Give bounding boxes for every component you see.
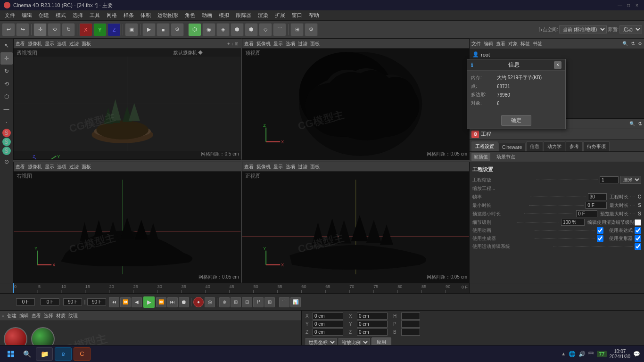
menu-character[interactable]: 角色 bbox=[182, 11, 198, 20]
props-check-deform[interactable] bbox=[635, 235, 641, 242]
vp-menu-sel4[interactable]: 选项 bbox=[286, 164, 295, 170]
light-btn[interactable]: ⬢ bbox=[231, 23, 244, 36]
obj-menu-view[interactable]: 查看 bbox=[496, 41, 505, 47]
vp-menu-panel2[interactable]: 面板 bbox=[310, 41, 320, 47]
vp-menu-filter3[interactable]: 过滤 bbox=[69, 164, 79, 170]
coord-b-input[interactable] bbox=[357, 329, 388, 336]
menu-tracker[interactable]: 跟踪器 bbox=[233, 11, 254, 20]
menu-file[interactable]: 文件 bbox=[2, 11, 18, 20]
viewport-top[interactable]: 查看 摄像机 显示 选项 过滤 面板 顶视图 网格间距：0.05 cm bbox=[242, 39, 470, 160]
obj-menu-bookmark[interactable]: 书签 bbox=[533, 41, 542, 47]
props-input-mintime[interactable] bbox=[586, 202, 607, 209]
viewport-right[interactable]: 查看 摄像机 显示 选项 过滤 面板 右视图 网格间距：0.05 cm bbox=[13, 162, 242, 283]
tool-move[interactable]: ✛ bbox=[0, 52, 13, 65]
move-btn[interactable]: ✛ bbox=[33, 23, 47, 36]
tool-s1[interactable]: S bbox=[2, 129, 11, 137]
tool-point[interactable]: · bbox=[0, 116, 13, 128]
props-input-fps[interactable] bbox=[588, 193, 607, 200]
tool-rotate[interactable]: ↻ bbox=[0, 65, 13, 77]
props-check-clip[interactable] bbox=[635, 243, 641, 250]
vp-menu-view2[interactable]: 查看 bbox=[244, 41, 254, 47]
vp-menu-view[interactable]: 查看 bbox=[16, 41, 25, 47]
mat-menu-material[interactable]: 材质 bbox=[56, 313, 66, 319]
tool-magnet[interactable]: ⊙ bbox=[0, 156, 13, 168]
prev-frame-btn[interactable]: ⏪ bbox=[120, 297, 131, 307]
menu-spline[interactable]: 样条 bbox=[121, 11, 137, 20]
menu-volume[interactable]: 体积 bbox=[138, 11, 154, 20]
material-btn[interactable]: ◉ bbox=[202, 23, 215, 36]
coord-x-input[interactable] bbox=[313, 313, 343, 320]
taskbar-time[interactable]: 10:07 2024/1/30 bbox=[610, 349, 631, 359]
coord-h2-input[interactable] bbox=[401, 313, 420, 320]
notifications-icon[interactable]: 💬 bbox=[633, 351, 640, 357]
motion2-btn[interactable]: ⊞ bbox=[231, 297, 241, 307]
play-btn[interactable]: ▶ bbox=[142, 23, 156, 36]
menu-mesh[interactable]: 网格 bbox=[104, 11, 120, 20]
menu-window[interactable]: 窗口 bbox=[289, 11, 305, 20]
props-input-scale[interactable] bbox=[600, 176, 619, 183]
undo-btn[interactable]: ↩ bbox=[2, 23, 15, 36]
mat-menu-view[interactable]: 查看 bbox=[32, 313, 41, 319]
coord-p2-input[interactable] bbox=[401, 321, 420, 328]
axis-y[interactable]: Y bbox=[93, 23, 107, 36]
rotate-btn[interactable]: ↻ bbox=[62, 23, 75, 36]
vp-body-front[interactable]: X Y CG模型主 bbox=[242, 172, 470, 282]
obj-menu-object[interactable]: 对象 bbox=[508, 41, 518, 47]
vp-menu-sel2[interactable]: 选项 bbox=[286, 41, 295, 47]
transport-start-frame[interactable] bbox=[41, 298, 59, 305]
props-check-anim[interactable] bbox=[597, 227, 603, 234]
nodespace-select[interactable]: 当前 (标准/物理) bbox=[559, 25, 607, 33]
menu-mograph[interactable]: 运动图形 bbox=[155, 11, 181, 20]
cam-btn[interactable]: ⬢ bbox=[245, 23, 258, 36]
redo-btn[interactable]: ↪ bbox=[16, 23, 29, 36]
coord-y-input[interactable] bbox=[313, 321, 343, 328]
select-all[interactable]: ▣ bbox=[125, 23, 138, 36]
info-close-btn[interactable]: × bbox=[554, 61, 561, 69]
motion-btn[interactable]: ⊕ bbox=[219, 297, 230, 307]
axis-x[interactable]: X bbox=[79, 23, 92, 36]
vp-menu-disp[interactable]: 显示 bbox=[45, 41, 54, 47]
tab-info[interactable]: 信息 bbox=[526, 141, 543, 151]
vp-body-top[interactable]: X Z CG模型主 bbox=[242, 49, 470, 159]
menu-animate[interactable]: 动画 bbox=[199, 11, 215, 20]
vp-menu-disp3[interactable]: 显示 bbox=[45, 164, 54, 170]
mat-menu-create[interactable]: 创建 bbox=[7, 313, 17, 319]
menu-mode[interactable]: 模式 bbox=[53, 11, 69, 20]
record-key-btn[interactable]: ◎ bbox=[205, 297, 215, 307]
props-check-expr[interactable] bbox=[635, 227, 641, 234]
tool-s2[interactable]: S bbox=[2, 138, 11, 146]
vp-menu-filter4[interactable]: 过滤 bbox=[298, 164, 307, 170]
vp-menu-cam3[interactable]: 摄像机 bbox=[28, 164, 42, 170]
close-btn[interactable]: × bbox=[634, 2, 640, 8]
vp-body-persp[interactable]: Y X Z bbox=[14, 49, 241, 159]
coord-h-input[interactable] bbox=[357, 313, 388, 320]
menu-select[interactable]: 选择 bbox=[70, 11, 86, 20]
vp-body-right[interactable]: X Y CG模型主 bbox=[14, 172, 241, 282]
vp-menu-disp4[interactable]: 显示 bbox=[273, 164, 283, 170]
vp-menu-disp2[interactable]: 显示 bbox=[273, 41, 283, 47]
scale-btn[interactable]: ⟲ bbox=[48, 23, 61, 36]
object-btn[interactable]: ⬡ bbox=[188, 23, 201, 36]
tab-todo[interactable]: 待办事项 bbox=[583, 141, 610, 151]
menu-tools[interactable]: 工具 bbox=[87, 11, 103, 20]
anim-btn[interactable]: ◈ bbox=[216, 23, 230, 36]
minimize-btn[interactable]: — bbox=[617, 2, 623, 8]
render-btn[interactable]: ⚙ bbox=[171, 23, 184, 36]
timeline-btn[interactable]: 📊 bbox=[290, 297, 301, 307]
menu-simulate[interactable]: 模拟 bbox=[216, 11, 232, 20]
menu-create[interactable]: 创建 bbox=[36, 11, 52, 20]
windows-start-btn[interactable] bbox=[4, 347, 18, 361]
coord-p-input[interactable] bbox=[357, 321, 388, 328]
menu-edit[interactable]: 编辑 bbox=[19, 11, 35, 20]
vp-menu-view3[interactable]: 查看 bbox=[16, 164, 25, 170]
transport-fps-frame[interactable] bbox=[87, 298, 106, 305]
mat-menu-texture[interactable]: 纹理 bbox=[68, 313, 78, 319]
obj-root[interactable]: 👤 root bbox=[471, 51, 491, 58]
null-btn[interactable]: ◇ bbox=[259, 23, 272, 36]
goto-start-btn[interactable]: ⏮ bbox=[109, 297, 119, 307]
mat-menu-edit[interactable]: 编辑 bbox=[19, 313, 29, 319]
obj-menu-file[interactable]: 文件 bbox=[471, 41, 481, 47]
vp-menu-filter2[interactable]: 过滤 bbox=[298, 41, 307, 47]
vp-menu-cam4[interactable]: 摄像机 bbox=[256, 164, 271, 170]
mat-menu-select[interactable]: 选择 bbox=[44, 313, 53, 319]
